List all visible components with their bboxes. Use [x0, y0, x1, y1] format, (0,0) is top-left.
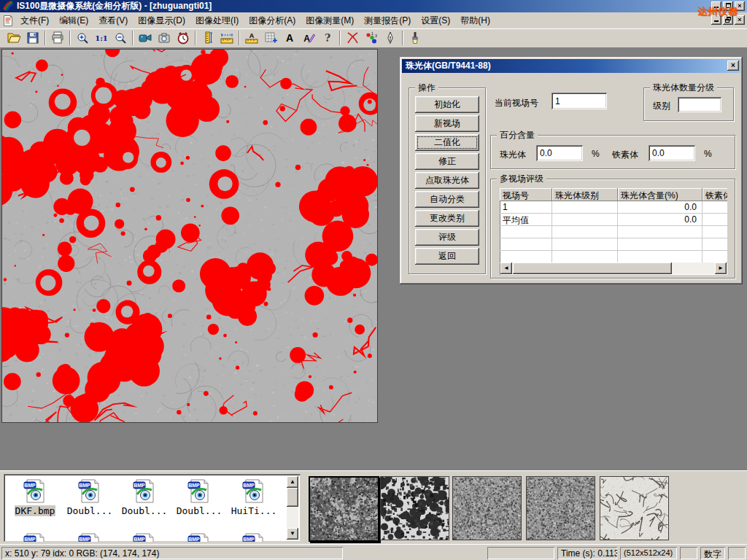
timer-button[interactable]: [174, 29, 193, 47]
metallographic-image[interactable]: [1, 49, 378, 423]
scroll-left-button[interactable]: ◄: [500, 262, 512, 274]
op-button-1[interactable]: 初始化: [415, 96, 479, 113]
save-icon: [26, 31, 39, 44]
text-label-button[interactable]: A: [280, 29, 299, 47]
brush-tool-button[interactable]: [406, 29, 425, 47]
grid-cross-button[interactable]: [261, 29, 280, 47]
table-cell: [703, 226, 727, 238]
actual-size-button[interactable]: 1:1: [92, 29, 111, 47]
zoom-out-button[interactable]: [111, 29, 130, 47]
letter-a-icon: A: [283, 31, 296, 44]
percent-group: 百分含量 珠光体 % 铁素体 %: [490, 135, 735, 169]
op-button-8[interactable]: 评级: [415, 229, 479, 246]
preview-thumbnail-5[interactable]: [600, 476, 669, 540]
zoom-in-button[interactable]: [73, 29, 92, 47]
op-button-3[interactable]: 二值化: [415, 134, 479, 151]
table-cell: [618, 238, 703, 251]
resolution-panel: (512x512x24): [620, 547, 677, 559]
preview-thumbnail-4[interactable]: [526, 476, 595, 540]
caliper-measure-button[interactable]: [198, 29, 217, 47]
table-row-2[interactable]: 平均值0.0: [500, 214, 727, 226]
file-item-Doubl...[interactable]: BMPDoubl...: [117, 478, 171, 516]
scroll-up-button[interactable]: ▲: [287, 476, 298, 488]
scrollbar-thumb[interactable]: [513, 262, 672, 274]
colored-dots-icon: 13: [365, 31, 378, 44]
menu-item-4[interactable]: 图像显示(D): [133, 12, 190, 29]
document-icon[interactable]: [2, 15, 14, 26]
bmp-file-icon: BMP: [241, 532, 266, 542]
operations-group-label: 操作: [415, 82, 438, 93]
help-button[interactable]: ?: [318, 29, 337, 47]
column-header-1: 视场号: [500, 188, 552, 201]
file-item-row2[interactable]: BMP: [227, 532, 281, 542]
table-row-4[interactable]: [500, 238, 727, 251]
toolbar-separator: [339, 31, 341, 45]
annotate-button[interactable]: A: [299, 29, 318, 47]
preview-thumbnail-3[interactable]: [452, 476, 522, 540]
table-row-1[interactable]: 10.0: [500, 201, 727, 214]
calibration-button[interactable]: A: [242, 29, 261, 47]
file-item-Doubl...[interactable]: BMPDoubl...: [172, 478, 226, 516]
file-item-row2[interactable]: BMP: [8, 532, 62, 542]
dialog-title-bar[interactable]: 珠光体(GB/T9441-88) ×: [402, 59, 740, 73]
menu-item-10[interactable]: 帮助(H): [455, 12, 495, 29]
svg-text:BMP: BMP: [188, 537, 200, 542]
menu-item-2[interactable]: 编辑(E): [54, 12, 93, 29]
pen-tool-button[interactable]: [381, 29, 400, 47]
ruler-measure-button[interactable]: [217, 29, 236, 47]
print-button[interactable]: [48, 29, 67, 47]
menu-item-7[interactable]: 图像测量(M): [301, 12, 359, 29]
menu-item-6[interactable]: 图像分析(A): [244, 12, 301, 29]
menu-item-8[interactable]: 测量报告(P): [359, 12, 416, 29]
op-button-4[interactable]: 修正: [415, 153, 479, 170]
title-bar[interactable]: IS100显微摄像系统(金相分析版) - [zhuguangti01]: [0, 0, 747, 12]
ferrite-percent-input[interactable]: [649, 145, 695, 161]
menu-item-1[interactable]: 文件(F): [15, 12, 54, 29]
menu-item-9[interactable]: 设置(S): [416, 12, 455, 29]
status-bar: x: 510 y: 79 idx: 0 RGB: (174, 174, 174)…: [0, 544, 747, 560]
svg-text:1:1: 1:1: [95, 34, 108, 42]
table-horizontal-scrollbar[interactable]: ◄ ►: [500, 262, 727, 274]
grade-input[interactable]: [678, 97, 721, 112]
pen-nib-icon: [384, 31, 397, 44]
op-button-2[interactable]: 新视场: [415, 115, 479, 132]
op-button-7[interactable]: 更改类别: [415, 210, 479, 227]
table-cell: 1: [500, 201, 552, 214]
open-file-button[interactable]: [4, 29, 23, 47]
scroll-right-button[interactable]: ►: [715, 262, 727, 274]
pearlite-percent-input[interactable]: [536, 145, 583, 161]
file-item-DKF.bmp[interactable]: BMPDKF.bmp: [8, 478, 62, 516]
file-item-HuiTi...[interactable]: BMPHuiTi...: [227, 478, 281, 516]
current-field-input[interactable]: [551, 93, 607, 109]
op-button-6[interactable]: 自动分类: [415, 191, 479, 208]
op-button-9[interactable]: 返回: [415, 248, 479, 265]
menu-item-3[interactable]: 查看(V): [93, 12, 133, 29]
scroll-down-button[interactable]: ▼: [287, 528, 298, 540]
video-camera-icon: [139, 31, 152, 44]
grade-group: 珠光体数量分级 级别: [643, 88, 734, 121]
rating-group-label: 多视场评级: [497, 174, 546, 184]
save-button[interactable]: [23, 29, 42, 47]
file-item-Doubl...[interactable]: BMPDoubl...: [63, 478, 117, 516]
binarize-button[interactable]: [343, 29, 362, 47]
toolbar-separator: [195, 31, 196, 45]
file-browser-scrollbar[interactable]: ▲ ▼: [287, 476, 298, 540]
bmp-file-icon: BMP: [23, 532, 47, 542]
table-row-5[interactable]: [500, 251, 727, 263]
camera-capture-button[interactable]: [155, 29, 174, 47]
preview-thumbnail-2[interactable]: [380, 476, 449, 540]
phase-classify-button[interactable]: 13: [362, 29, 381, 47]
file-item-row2[interactable]: BMP: [117, 532, 171, 542]
svg-text:1: 1: [371, 31, 374, 36]
op-button-5[interactable]: 点取珠光体: [415, 172, 479, 189]
file-item-row2[interactable]: BMP: [63, 532, 117, 542]
dialog-close-button[interactable]: ×: [727, 61, 739, 71]
scrollbar-thumb[interactable]: [287, 488, 298, 507]
table-row-3[interactable]: [500, 226, 727, 238]
video-capture-button[interactable]: [136, 29, 155, 47]
toolbar-separator: [239, 31, 240, 45]
menu-item-5[interactable]: 图像处理(I): [190, 12, 244, 29]
file-item-row2[interactable]: BMP: [172, 532, 226, 542]
svg-text:BMP: BMP: [133, 483, 145, 488]
preview-thumbnail-1[interactable]: [309, 476, 379, 542]
